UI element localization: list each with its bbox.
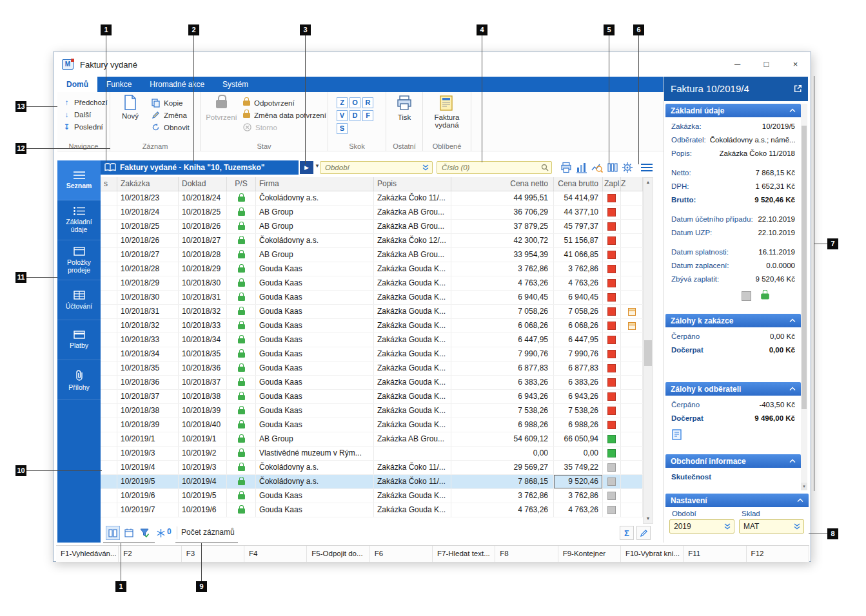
table-row[interactable]: 10/2018/30 10/2018/31 Gouda Kaas Zakázka… [101, 291, 643, 305]
sidebar-item-polozky-prodeje[interactable]: Položky prodeje [57, 240, 101, 280]
warehouse-select[interactable]: MAT [739, 519, 804, 534]
double-chevron-icon[interactable] [422, 164, 429, 171]
number-search-input[interactable]: Číslo (0) [437, 161, 552, 174]
table-row[interactable]: 10/2019/7 10/2019/6 Gouda Kaas Zakázka G… [101, 503, 643, 517]
col-header-z[interactable]: Z [621, 177, 643, 191]
hamburger-menu-icon[interactable] [641, 162, 653, 173]
skok-letter-button[interactable]: O [349, 97, 360, 108]
chevron-up-icon[interactable] [797, 498, 803, 503]
double-chevron-icon[interactable] [723, 523, 731, 530]
book-title-bar[interactable]: Faktury vydané - Kniha "10, Tuzemsko" [101, 160, 299, 175]
record-count-label[interactable]: Počet záznamů [181, 528, 235, 537]
table-row[interactable]: 10/2019/5 10/2019/4 Čokoládovny a.s. Zak… [101, 475, 643, 489]
scrollbar-thumb[interactable] [802, 126, 807, 409]
table-row[interactable]: 10/2018/35 10/2018/36 Gouda Kaas Zakázka… [101, 361, 643, 376]
section-header[interactable]: Obchodní informace [665, 454, 801, 468]
table-row[interactable]: 10/2019/3 10/2019/2 Vlastivědné muzeum v… [101, 447, 643, 461]
fkey-cell[interactable]: F2 [119, 546, 181, 562]
skok-letter-button[interactable]: D [349, 110, 360, 121]
table-row[interactable]: 10/2019/1 10/2019/1 AB Group Zakázka AB … [101, 432, 643, 447]
tab-system[interactable]: Systém [213, 77, 257, 92]
faktura-vydana-button[interactable]: Faktura vydaná [426, 95, 467, 129]
section-header[interactable]: Zálohy k zakázce [665, 314, 801, 327]
col-header-firma[interactable]: Firma [256, 177, 374, 191]
analysis-icon[interactable] [591, 162, 603, 173]
table-row[interactable]: 10/2018/32 10/2018/33 Gouda Kaas Zakázka… [101, 319, 643, 333]
col-header-cena-netto[interactable]: Cena netto [451, 177, 554, 191]
section-header[interactable]: Zálohy k odběrateli [665, 382, 801, 396]
table-row[interactable]: 10/2019/4 10/2019/3 Čokoládovny a.s. Zak… [101, 461, 643, 475]
panel-scrollbar[interactable]: ▼ [801, 104, 807, 490]
edit-button[interactable]: Změna [152, 109, 190, 121]
table-row[interactable]: 10/2018/23 10/2018/24 Čokoládovny a.s. Z… [101, 191, 643, 206]
fkey-cell[interactable]: F5-Odpojit do... [307, 546, 369, 562]
chevron-up-icon[interactable] [789, 318, 796, 323]
filter-button[interactable] [137, 526, 152, 540]
scrollbar-thumb[interactable] [644, 340, 652, 366]
fkey-cell[interactable]: F6 [370, 546, 433, 562]
period-select[interactable]: 2019 [669, 519, 734, 534]
table-row[interactable]: 10/2018/39 10/2018/40 Gouda Kaas Zakázka… [101, 418, 643, 432]
col-header-cena-brutto[interactable]: Cena brutto [554, 177, 603, 191]
chart-icon[interactable] [576, 162, 587, 173]
section-header[interactable]: Nastavení [665, 494, 809, 507]
fkey-cell[interactable]: F1-Vyhledáván... [56, 546, 119, 562]
scroll-down-icon[interactable]: ▼ [644, 514, 653, 523]
table-row[interactable]: 10/2018/38 10/2018/39 Gouda Kaas Zakázka… [101, 404, 643, 418]
section-header[interactable]: Základní údaje [665, 104, 801, 117]
period-filter-input[interactable]: Období [320, 161, 433, 174]
table-row[interactable]: 10/2018/27 10/2018/28 AB Group Zakázka A… [101, 248, 643, 262]
sidebar-item-platby[interactable]: Platby [57, 320, 101, 360]
run-filter-button[interactable]: ▶ [300, 161, 313, 174]
freeze-button[interactable] [153, 526, 168, 540]
double-chevron-icon[interactable] [793, 523, 801, 530]
search-icon[interactable] [541, 164, 549, 171]
table-row[interactable]: 10/2018/31 10/2018/32 Gouda Kaas Zakázka… [101, 305, 643, 319]
chevron-up-icon[interactable] [789, 459, 796, 463]
skok-letter-button[interactable]: Z [337, 97, 348, 108]
skok-letter-button[interactable]: V [337, 110, 348, 121]
sidebar-item-uctovani[interactable]: Účtování [57, 280, 101, 320]
popout-icon[interactable] [793, 84, 803, 93]
table-row[interactable]: 10/2019/6 10/2019/5 Gouda Kaas Zakázka G… [101, 489, 643, 503]
note-icon[interactable] [672, 429, 682, 440]
confirm-button[interactable]: Potvrzení [204, 95, 239, 121]
chevron-up-icon[interactable] [789, 387, 796, 391]
sidebar-item-prilohy[interactable]: Přílohy [57, 360, 101, 400]
col-header-zakazka[interactable]: Zakázka [117, 177, 179, 191]
edit-cell-button[interactable] [636, 526, 651, 540]
print-icon[interactable] [560, 162, 572, 173]
table-row[interactable]: 10/2018/33 10/2018/34 Gouda Kaas Zakázka… [101, 333, 643, 347]
tab-funkce[interactable]: Funkce [97, 77, 141, 92]
unconfirm-button[interactable]: Odpotvrzení [243, 97, 326, 109]
table-row[interactable]: 10/2018/25 10/2018/26 AB Group Zakázka A… [101, 220, 643, 234]
gear-icon[interactable] [622, 162, 633, 173]
skok-letter-button[interactable]: S [337, 123, 348, 134]
table-row[interactable]: 10/2018/28 10/2018/29 Gouda Kaas Zakázka… [101, 262, 643, 276]
close-button[interactable]: × [781, 52, 810, 77]
fkey-cell[interactable]: F10-Vybrat kni... [621, 546, 684, 562]
change-confirm-date-button[interactable]: Změna data potvrzení [243, 109, 326, 121]
col-header-s[interactable]: s [101, 177, 117, 191]
fkey-cell[interactable]: F12 [747, 546, 809, 562]
fkey-cell[interactable]: F11 [684, 546, 746, 562]
col-header-ps[interactable]: P/S [227, 177, 256, 191]
sum-button[interactable]: Σ [620, 526, 634, 540]
col-header-doklad[interactable]: Doklad [179, 177, 227, 191]
previous-record-button[interactable]: ↑ Předchozí [57, 96, 110, 108]
calendar-button[interactable] [122, 526, 136, 540]
refresh-button[interactable]: Obnovit [152, 121, 190, 133]
print-button[interactable]: Tisk [390, 95, 418, 121]
table-row[interactable]: 10/2018/26 10/2018/27 Čokoládovny a.s. Z… [101, 234, 643, 248]
maximize-button[interactable]: □ [752, 52, 781, 77]
col-header-popis[interactable]: Popis [374, 177, 451, 191]
next-record-button[interactable]: ↓ Další [57, 108, 110, 120]
chevron-up-icon[interactable] [789, 108, 796, 113]
table-row[interactable]: 10/2018/29 10/2018/30 Gouda Kaas Zakázka… [101, 276, 643, 291]
tab-hromadne-akce[interactable]: Hromadné akce [141, 77, 213, 92]
skok-letter-button[interactable]: F [362, 110, 373, 121]
fkey-cell[interactable]: F3 [182, 546, 244, 562]
fkey-cell[interactable]: F7-Hledat text... [433, 546, 495, 562]
table-row[interactable]: 10/2018/36 10/2018/37 Gouda Kaas Zakázka… [101, 376, 643, 390]
table-row[interactable]: 10/2018/24 10/2018/25 AB Group Zakázka A… [101, 206, 643, 220]
